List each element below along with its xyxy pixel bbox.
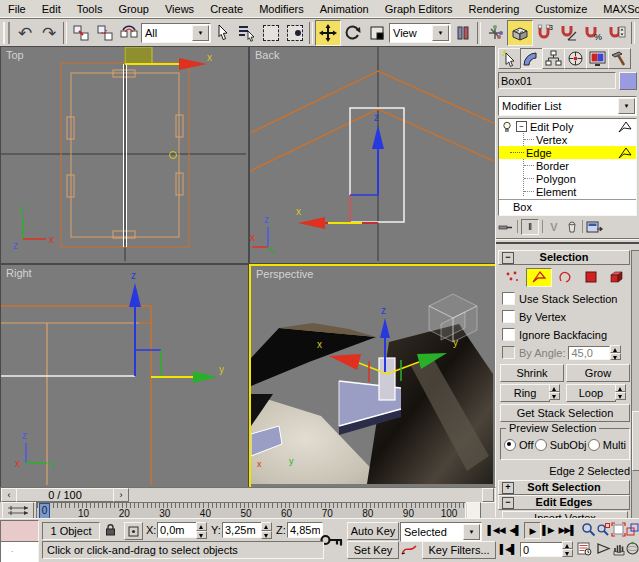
select-and-move-button[interactable] xyxy=(315,20,341,46)
stack-row-border[interactable]: Border xyxy=(499,159,639,172)
ring-spinner[interactable] xyxy=(549,384,560,400)
shrink-button[interactable]: Shrink xyxy=(500,364,564,382)
tab-create[interactable] xyxy=(498,48,521,69)
viewport-perspective[interactable]: x y x y z Perspective xyxy=(249,264,499,490)
make-unique-button[interactable]: V xyxy=(546,220,562,234)
go-to-start-button[interactable]: ▌◀◀ xyxy=(486,522,506,538)
use-stack-selection-checkbox[interactable] xyxy=(502,292,515,305)
viewport-perspective-label[interactable]: Perspective xyxy=(256,268,313,280)
collapse-icon[interactable]: − xyxy=(516,121,527,132)
stack-row-box[interactable]: Box xyxy=(499,200,639,213)
previous-frame-arrow[interactable]: ‹ xyxy=(1,488,17,502)
stack-level-label[interactable]: Vertex xyxy=(536,134,567,146)
x-coordinate-spinner[interactable] xyxy=(196,522,207,539)
object-color-swatch[interactable] xyxy=(619,72,637,90)
selection-lock-toggle[interactable] xyxy=(102,522,119,538)
stack-row-vertex[interactable]: Vertex xyxy=(499,133,639,146)
menu-tools[interactable]: Tools xyxy=(69,2,111,16)
lightbulb-icon[interactable] xyxy=(501,121,513,133)
menu-customize[interactable]: Customize xyxy=(527,2,595,16)
preview-off-radio[interactable]: Off xyxy=(504,439,533,451)
select-object-button[interactable] xyxy=(211,21,235,45)
viewport-back-label[interactable]: Back xyxy=(255,49,279,61)
viewport-right[interactable]: z y z x y Right xyxy=(0,264,249,488)
arc-rotate-button[interactable] xyxy=(625,540,639,557)
previous-frame-button[interactable]: ◀▌ xyxy=(508,522,522,538)
zoom-button[interactable] xyxy=(581,521,596,538)
menu-maxscript[interactable]: MAXScript xyxy=(595,2,639,16)
rollout-selection[interactable]: − Selection xyxy=(498,250,630,265)
get-stack-selection-button[interactable]: Get Stack Selection xyxy=(500,404,630,422)
undo-button[interactable]: ↶ xyxy=(13,21,37,45)
select-and-scale-button[interactable] xyxy=(365,21,389,45)
menu-file[interactable]: File xyxy=(0,2,34,16)
tab-motion[interactable] xyxy=(564,48,587,69)
viewport-back[interactable]: z x z x Back xyxy=(249,46,497,264)
select-and-link-button[interactable] xyxy=(69,21,93,45)
time-slider-handle[interactable]: 0 / 100 xyxy=(16,488,114,502)
rollout-edit-edges[interactable]: − Edit Edges xyxy=(498,495,630,510)
stack-row-polygon[interactable]: Polygon xyxy=(499,172,639,185)
next-frame-button[interactable]: ▌▶ xyxy=(541,522,555,538)
z-coordinate-field[interactable] xyxy=(287,522,323,538)
viewport-top[interactable]: x y x z Top xyxy=(0,46,249,264)
maxscript-listener-script[interactable]: . xyxy=(0,541,39,562)
selection-filter-dropdown[interactable]: All ▼ xyxy=(141,23,211,43)
time-configuration-button[interactable] xyxy=(576,541,593,557)
loop-spinner[interactable] xyxy=(615,384,626,400)
element-subobject-button[interactable] xyxy=(604,269,628,286)
auto-key-button[interactable]: Auto Key xyxy=(347,522,399,540)
panel-scrollbar[interactable] xyxy=(631,250,639,519)
snaps-toggle-button[interactable]: 3 xyxy=(533,21,557,45)
menu-views[interactable]: Views xyxy=(157,2,202,16)
time-slider-end-nub[interactable] xyxy=(482,488,494,502)
stack-level-label[interactable]: Polygon xyxy=(536,173,576,185)
y-coordinate-spinner[interactable] xyxy=(261,522,272,539)
stack-level-label[interactable]: Edge xyxy=(526,147,552,159)
zoom-extents-all-button[interactable] xyxy=(625,521,639,538)
use-center-button[interactable] xyxy=(451,21,475,45)
zoom-extents-button[interactable] xyxy=(611,521,626,538)
show-end-result-button[interactable]: ‖ xyxy=(521,219,539,235)
absolute-offset-mode-toggle[interactable] xyxy=(124,522,143,540)
edge-subobject-button[interactable] xyxy=(526,268,552,287)
by-vertex-checkbox[interactable] xyxy=(502,310,515,323)
track-bar-frame-marker[interactable]: 0 xyxy=(39,503,50,519)
play-button[interactable]: ▶ xyxy=(524,522,541,539)
stack-row-edit-poly[interactable]: − Edit Poly xyxy=(499,120,636,133)
select-and-manipulate-button[interactable] xyxy=(483,21,507,45)
mini-curve-editor-button[interactable] xyxy=(2,502,34,519)
menu-create[interactable]: Create xyxy=(202,2,251,16)
border-subobject-button[interactable] xyxy=(553,269,577,286)
menu-group[interactable]: Group xyxy=(110,2,157,16)
panel-scrollbar-thumb[interactable] xyxy=(632,411,639,471)
viewport-top-label[interactable]: Top xyxy=(6,49,24,61)
by-angle-checkbox[interactable] xyxy=(502,346,515,359)
by-angle-spinner[interactable] xyxy=(610,345,621,360)
viewport-right-label[interactable]: Right xyxy=(6,267,32,279)
select-by-name-button[interactable] xyxy=(235,21,259,45)
polygon-subobject-button[interactable] xyxy=(579,269,603,286)
menu-graph-editors[interactable]: Graph Editors xyxy=(377,2,461,16)
pan-view-button[interactable] xyxy=(611,540,626,557)
configure-modifier-sets-icon[interactable] xyxy=(586,220,603,234)
key-mode-toggle[interactable]: ▌◀▌ xyxy=(500,541,516,557)
track-bar-end-handle[interactable] xyxy=(467,502,481,519)
x-coordinate-field[interactable] xyxy=(157,522,197,538)
frame-spinner[interactable] xyxy=(562,541,573,557)
next-frame-arrow[interactable]: › xyxy=(113,488,129,502)
grow-button[interactable]: Grow xyxy=(566,364,630,382)
menu-rendering[interactable]: Rendering xyxy=(461,2,528,16)
tab-modify[interactable] xyxy=(520,48,543,69)
y-coordinate-field[interactable] xyxy=(222,522,262,538)
zoom-all-button[interactable] xyxy=(596,521,611,538)
remove-modifier-icon[interactable] xyxy=(565,220,579,234)
rollout-soft-selection[interactable]: + Soft Selection xyxy=(498,480,630,495)
key-selection-dropdown[interactable]: Selected ▼ xyxy=(400,522,482,542)
redo-button[interactable]: ↷ xyxy=(37,21,61,45)
time-slider-track[interactable]: ‹ 0 / 100 › xyxy=(0,487,496,503)
by-angle-field[interactable] xyxy=(568,346,610,360)
vertex-subobject-button[interactable] xyxy=(500,269,524,286)
modifier-list-dropdown[interactable]: Modifier List ▼ xyxy=(498,96,637,116)
unlink-selection-button[interactable] xyxy=(93,21,117,45)
